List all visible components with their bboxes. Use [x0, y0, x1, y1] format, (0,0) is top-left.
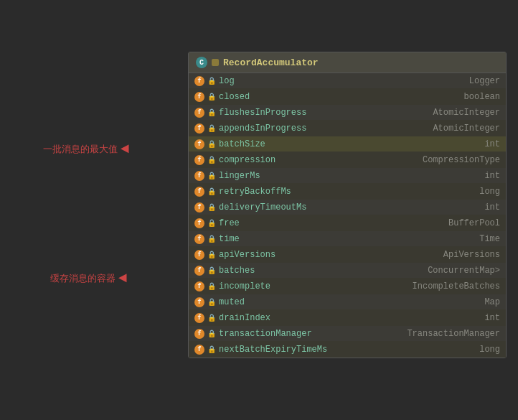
field-f-icon: f: [194, 234, 204, 244]
field-f-icon: f: [194, 92, 204, 102]
fields-list: f 🔒 log Logger f 🔒 closed boolean f 🔒 fl…: [189, 73, 506, 358]
field-name: transactionManager: [219, 329, 407, 339]
table-row: f 🔒 compression CompressionType: [189, 152, 506, 168]
field-type: long: [479, 345, 500, 355]
lock-icon: 🔒: [207, 235, 216, 243]
lock-icon: 🔒: [207, 314, 216, 322]
field-f-icon: f: [194, 139, 204, 149]
field-type: int: [484, 171, 500, 181]
table-row: f 🔒 log Logger: [189, 73, 506, 89]
annotation-batchsize: 一批消息的最大值 ◄: [43, 141, 129, 157]
field-f-icon: f: [194, 155, 204, 165]
table-row: f 🔒 batches ConcurrentMap>: [189, 263, 506, 279]
field-type: int: [484, 202, 500, 213]
lock-icon: 🔒: [207, 93, 216, 101]
field-name: batches: [219, 266, 428, 276]
field-f-icon: f: [194, 297, 204, 307]
field-type: ConcurrentMap>: [428, 266, 500, 276]
table-row: f 🔒 nextBatchExpiryTimeMs long: [189, 342, 506, 358]
lock-icon: 🔒: [207, 172, 216, 180]
field-f-icon: f: [194, 266, 204, 276]
field-f-icon: f: [194, 345, 204, 355]
table-row: f 🔒 lingerMs int: [189, 168, 506, 184]
field-name: appendsInProgress: [219, 123, 433, 134]
field-f-icon: f: [194, 202, 204, 213]
field-type: boolean: [464, 92, 500, 102]
field-type: BufferPool: [448, 218, 500, 228]
field-f-icon: f: [194, 108, 204, 118]
field-name: log: [219, 76, 469, 86]
field-f-icon: f: [194, 218, 204, 228]
field-f-icon: f: [194, 187, 204, 197]
annotation-batchsize-label: 一批消息的最大值: [43, 143, 118, 156]
field-name: apiVersions: [219, 250, 443, 260]
field-name: time: [219, 234, 479, 244]
field-name: closed: [219, 92, 464, 102]
table-row: f 🔒 appendsInProgress AtomicInteger: [189, 121, 506, 136]
lock-icon: 🔒: [207, 330, 216, 338]
field-type: TransactionManager: [407, 329, 500, 339]
table-row: f 🔒 free BufferPool: [189, 215, 506, 231]
lock-icon: 🔒: [207, 345, 216, 354]
field-name: muted: [219, 297, 484, 307]
field-name: compression: [219, 155, 423, 165]
table-row: f 🔒 muted Map: [189, 294, 506, 310]
table-row: f 🔒 apiVersions ApiVersions: [189, 247, 506, 263]
annotation-batches: 缓存消息的容器 ◄: [50, 270, 127, 286]
annotation-batchsize-arrow: ◄: [121, 141, 129, 157]
lock-icon: 🔒: [207, 108, 216, 117]
field-type: ApiVersions: [443, 250, 500, 260]
field-name: lingerMs: [219, 171, 484, 181]
annotation-batches-label: 缓存消息的容器: [50, 272, 116, 285]
table-row: f 🔒 retryBackoffMs long: [189, 184, 506, 200]
field-type: Time: [479, 234, 500, 244]
lock-icon: 🔒: [207, 156, 216, 164]
field-type: Map: [484, 297, 500, 307]
field-type: int: [484, 313, 500, 323]
field-f-icon: f: [194, 123, 204, 134]
field-type: CompressionType: [423, 155, 500, 165]
lock-icon: 🔒: [207, 298, 216, 307]
field-type: long: [479, 187, 500, 197]
dot-icon: [212, 59, 219, 66]
field-f-icon: f: [194, 313, 204, 323]
table-row: f 🔒 deliveryTimeoutMs int: [189, 200, 506, 215]
table-row: f 🔒 batchSize int: [189, 136, 506, 152]
field-name: batchSize: [219, 139, 484, 149]
field-f-icon: f: [194, 171, 204, 181]
table-row: f 🔒 flushesInProgress AtomicInteger: [189, 105, 506, 121]
lock-icon: 🔒: [207, 251, 216, 259]
field-f-icon: f: [194, 76, 204, 86]
field-name: retryBackoffMs: [219, 187, 479, 197]
field-name: nextBatchExpiryTimeMs: [219, 345, 479, 355]
field-type: IncompleteBatches: [413, 281, 500, 291]
lock-icon: 🔒: [207, 140, 216, 149]
field-f-icon: f: [194, 281, 204, 291]
field-name: flushesInProgress: [219, 108, 433, 118]
field-type: Logger: [469, 76, 500, 86]
lock-icon: 🔒: [207, 219, 216, 228]
field-f-icon: f: [194, 250, 204, 260]
field-name: deliveryTimeoutMs: [219, 202, 484, 213]
annotation-batches-arrow: ◄: [118, 270, 127, 286]
lock-icon: 🔒: [207, 282, 216, 291]
table-row: f 🔒 drainIndex int: [189, 310, 506, 326]
table-row: f 🔒 time Time: [189, 231, 506, 247]
field-type: int: [484, 139, 500, 149]
class-icon: C: [196, 57, 207, 68]
lock-icon: 🔒: [207, 77, 216, 85]
table-row: f 🔒 closed boolean: [189, 89, 506, 105]
field-f-icon: f: [194, 329, 204, 339]
field-type: AtomicInteger: [433, 108, 500, 118]
field-name: free: [219, 218, 448, 228]
field-name: incomplete: [219, 281, 413, 291]
lock-icon: 🔒: [207, 266, 216, 275]
lock-icon: 🔒: [207, 187, 216, 196]
panel-header: C RecordAccumulator: [189, 52, 506, 73]
class-title: RecordAccumulator: [223, 57, 319, 68]
table-row: f 🔒 incomplete IncompleteBatches: [189, 279, 506, 294]
table-row: f 🔒 transactionManager TransactionManage…: [189, 326, 506, 342]
class-panel: C RecordAccumulator f 🔒 log Logger f 🔒 c…: [188, 52, 507, 358]
lock-icon: 🔒: [207, 203, 216, 212]
field-name: drainIndex: [219, 313, 484, 323]
